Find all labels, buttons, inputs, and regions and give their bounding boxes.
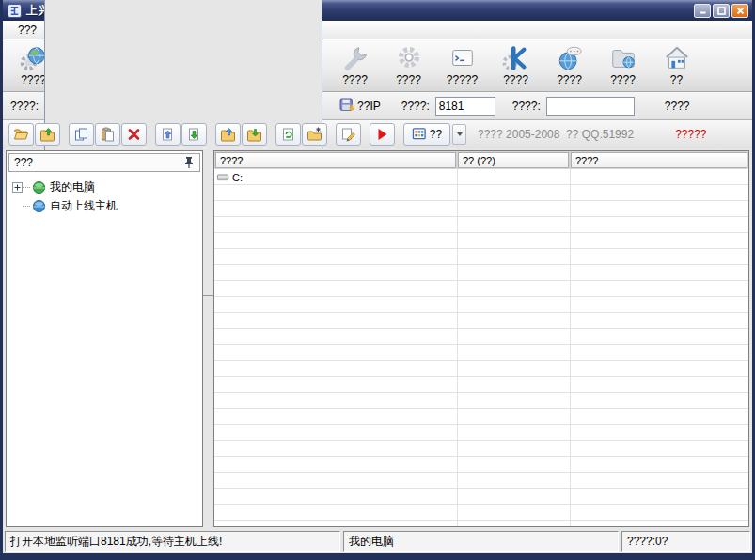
toolbar-button-label: ????: [396, 73, 421, 86]
close-button[interactable]: [731, 4, 748, 18]
save-ip-button[interactable]: ??IP: [339, 98, 381, 114]
new-folder-button[interactable]: [302, 123, 327, 146]
toolbar-button-10[interactable]: ????: [489, 41, 543, 90]
main-area: ??? 我的电: [3, 148, 752, 529]
toolbar-button-label: ?????: [447, 73, 478, 86]
save-ip-label: ??IP: [357, 100, 381, 113]
notice-link[interactable]: ?????: [675, 128, 706, 141]
chevron-down-icon: [457, 132, 463, 136]
port-input[interactable]: [435, 97, 495, 116]
toolbar-button-label: ????: [21, 73, 46, 86]
file-download-icon: [186, 127, 202, 142]
gear-icon: [395, 44, 423, 72]
delete-icon: [126, 127, 142, 142]
copy-icon: [73, 127, 89, 142]
toolbar-button-8[interactable]: ????: [382, 41, 435, 90]
refresh-icon: [280, 127, 296, 142]
status-message: 打开本地监听端口8181成功,等待主机上线!: [5, 531, 340, 552]
status-count: ????:0?: [621, 531, 750, 552]
minimize-button[interactable]: [694, 4, 711, 18]
table-header-row: ???? ?? (??) ????: [214, 151, 748, 169]
paste-icon: [100, 127, 116, 142]
port-label: ????:: [401, 100, 430, 113]
apply-button[interactable]: ????: [665, 100, 690, 113]
toolbar-button-13[interactable]: ??: [650, 41, 703, 90]
folder-up-button[interactable]: [35, 123, 60, 146]
status-host-text: 我的电脑: [349, 534, 394, 550]
toolbar-button-label: ????: [503, 73, 528, 86]
rename-button[interactable]: [336, 123, 361, 146]
panel-splitter[interactable]: [207, 150, 210, 527]
toolbar-button-9[interactable]: ?????: [435, 41, 489, 90]
table-row-drive-c[interactable]: C:: [214, 169, 748, 185]
blue-globe-icon: [32, 199, 46, 213]
delete-button[interactable]: [121, 123, 147, 146]
file-table-panel: ???? ?? (??) ???? C:: [213, 150, 749, 527]
terminal-icon: [448, 44, 477, 72]
password-label: ????:: [512, 100, 541, 113]
expand-plus-icon[interactable]: [12, 182, 23, 193]
view-mode-button[interactable]: ??: [403, 123, 450, 146]
copy-button[interactable]: [69, 123, 94, 146]
pin-icon[interactable]: [183, 156, 195, 169]
run-play-icon: [374, 127, 390, 142]
minimize-icon: [699, 7, 707, 14]
folder-up-icon: [39, 127, 55, 142]
close-icon: [736, 7, 745, 15]
status-count-text: ????:0?: [627, 535, 668, 548]
column-header-type[interactable]: ????: [571, 152, 747, 168]
upload-file-button[interactable]: [155, 123, 181, 146]
toolbar-button-label: ????: [557, 73, 582, 86]
password-input[interactable]: [546, 97, 635, 116]
open-folder-icon: [13, 127, 29, 142]
toolbar-button-label: ????: [342, 73, 368, 86]
column-header-size[interactable]: ?? (??): [458, 152, 569, 168]
file-toolbar: ?? ???? 2005-2008 ?? QQ:51992 ?????: [3, 120, 752, 148]
download-file-button[interactable]: [181, 123, 207, 146]
drive-name: C:: [232, 172, 243, 183]
new-folder-icon: [307, 127, 322, 142]
app-icon: [8, 4, 22, 18]
maximize-button[interactable]: [713, 4, 730, 18]
view-mode-dropdown[interactable]: [452, 124, 466, 145]
status-bar: 打开本地监听端口8181成功,等待主机上线! 我的电脑 ????:0?: [3, 529, 752, 553]
globe-gear-icon: [20, 44, 48, 72]
refresh-button[interactable]: [275, 123, 301, 146]
tree-item-label: 我的电脑: [50, 179, 95, 195]
file-upload-icon: [160, 127, 176, 142]
toolbar-button-11[interactable]: ????: [543, 41, 596, 90]
toolbar-button-label: ??: [670, 73, 683, 86]
rename-pencil-icon: [340, 127, 356, 142]
k-gear-icon: [502, 44, 530, 72]
green-globe-icon: [32, 180, 46, 194]
status-selected-host: 我的电脑: [343, 531, 619, 552]
target-label: ????:: [10, 100, 39, 113]
home-icon: [663, 44, 691, 72]
column-header-name[interactable]: ????: [215, 152, 456, 168]
toolbar-button-7[interactable]: ????: [328, 41, 382, 90]
run-button[interactable]: [370, 123, 395, 146]
tree-header-label: ???: [14, 156, 33, 169]
grid-view-icon: [412, 127, 427, 141]
menu-item-0[interactable]: ???: [10, 22, 44, 39]
maximize-icon: [717, 7, 726, 15]
tree-item-my-computer[interactable]: 我的电脑: [12, 178, 202, 196]
host-tree: 我的电脑 自动上线主机: [7, 174, 202, 215]
status-message-text: 打开本地监听端口8181成功,等待主机上线!: [10, 534, 222, 550]
folder-sync-icon: [609, 44, 637, 72]
paste-button[interactable]: [95, 123, 120, 146]
open-folder-button[interactable]: [8, 123, 34, 146]
tree-item-auto-online[interactable]: 自动上线主机: [12, 196, 202, 215]
wrench-icon: [341, 44, 370, 72]
globe-chat-icon: [556, 44, 584, 72]
connection-bar: ????: ??IP ????: ????: ????: [3, 92, 752, 120]
view-mode-label: ??: [430, 128, 442, 141]
download-folder-button[interactable]: [242, 123, 267, 146]
copyright-text: ???? 2005-2008 ?? QQ:51992: [478, 128, 634, 141]
tree-item-label: 自动上线主机: [50, 198, 118, 214]
folder-download-icon: [246, 127, 262, 142]
upload-folder-button[interactable]: [215, 123, 241, 146]
app-window: 上兴远程控制V4.2共享版 127.0.0.1 ??? ??(F) ??(G) …: [0, 0, 755, 560]
toolbar-button-12[interactable]: ????: [596, 41, 650, 90]
folder-upload-icon: [220, 127, 236, 142]
